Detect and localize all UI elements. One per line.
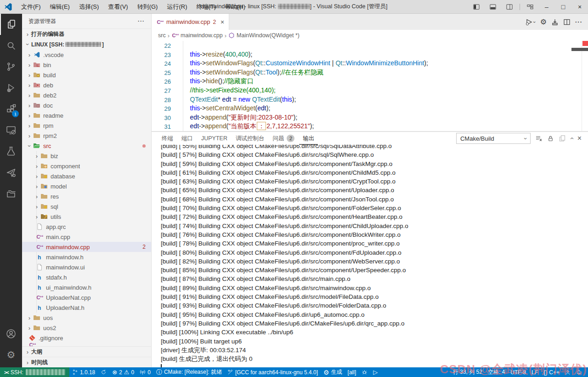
status-cursor-position[interactable]: 行 33, 列 52: [450, 367, 485, 377]
panel-tab-终端[interactable]: 终端: [158, 132, 177, 145]
tree-item-rpm[interactable]: ›rpm: [22, 120, 151, 131]
activity-remote-explorer[interactable]: [0, 120, 22, 141]
activity-project-folders[interactable]: [0, 183, 22, 204]
tree-item-app.qrc[interactable]: app.qrc: [22, 222, 151, 232]
tree-item-deb2[interactable]: ›deb2: [22, 90, 151, 100]
status-run-launch[interactable]: ▷: [370, 367, 380, 377]
breadcrumb-item[interactable]: src: [158, 32, 166, 39]
tree-item-UploaderNat.h[interactable]: hUploaderNat.h: [22, 303, 151, 313]
status-build-target[interactable]: [all]: [345, 367, 359, 377]
tree-item-src[interactable]: ›src: [22, 141, 151, 151]
tree-item-bin[interactable]: ›10bin: [22, 60, 151, 70]
activity-run-debug[interactable]: [0, 77, 22, 98]
status-cmake-status[interactable]: ⓘCMake: [Release]: 就绪: [153, 367, 225, 377]
configure-gear-icon[interactable]: ⚙: [540, 17, 547, 26]
activity-source-control[interactable]: [0, 56, 22, 77]
layout-sidebar-right-icon[interactable]: [501, 0, 518, 13]
status-debug-launch[interactable]: [359, 367, 370, 377]
status-indentation[interactable]: 空格: 4: [485, 367, 508, 377]
tree-item-doc[interactable]: ›doc: [22, 100, 151, 110]
panel-tab-JUPYTER[interactable]: JUPYTER: [198, 132, 231, 145]
layout-customize-icon[interactable]: [522, 0, 538, 13]
code-line[interactable]: 31 edt->append("当前版本：2,7,122,25521");: [152, 122, 588, 131]
panel-tab-问题[interactable]: 问题2: [269, 132, 298, 145]
tree-item-model[interactable]: ›model: [22, 181, 151, 191]
more-actions-icon[interactable]: ···: [138, 18, 145, 24]
tree-item-res[interactable]: ›res: [22, 191, 151, 201]
code-line[interactable]: 23 this->resize(400,400);: [152, 50, 588, 59]
tree-item-utils[interactable]: ›utils: [22, 211, 151, 222]
tree-item-mainwindow.ui[interactable]: mainwindow.ui: [22, 262, 151, 272]
open-editors-section[interactable]: ›打开的编辑器: [22, 29, 151, 39]
minimize-button[interactable]: –: [538, 0, 555, 13]
status-language-mode[interactable]: {}C++: [541, 367, 562, 377]
menu-item[interactable]: 选择(S): [75, 1, 103, 13]
workspace-section[interactable]: › LINUX [SSH: ]: [22, 39, 151, 50]
status-notifications[interactable]: [573, 367, 584, 377]
activity-search[interactable]: [0, 35, 22, 56]
output-channel-dropdown[interactable]: CMake/Build›: [456, 133, 531, 144]
status-problems[interactable]: ⊗2⚠0: [109, 367, 137, 377]
deploy-icon[interactable]: [551, 18, 559, 26]
status-eol[interactable]: LF: [529, 367, 541, 377]
tree-item-main.cpp[interactable]: C++main.cpp: [22, 232, 151, 242]
menu-item[interactable]: 编辑(E): [46, 1, 74, 13]
code-line[interactable]: 24 this->setWindowFlags(Qt::CustomizeWin…: [152, 59, 588, 68]
tree-item-stdafx.h[interactable]: hstdafx.h: [22, 272, 151, 282]
remote-indicator[interactable]: >< SSH:: [0, 367, 69, 377]
tree-item-sql[interactable]: ›sql: [22, 201, 151, 211]
lock-icon[interactable]: [547, 135, 554, 142]
code-line[interactable]: 22: [152, 41, 588, 50]
open-in-editor-icon[interactable]: [559, 135, 566, 142]
status-feedback[interactable]: [562, 367, 573, 377]
tree-item-build[interactable]: ›build: [22, 70, 151, 80]
code-line[interactable]: 25 this->setWindowFlags(Qt::Tool);//在任务栏…: [152, 68, 588, 77]
tree-item-biz[interactable]: ›biz: [22, 151, 151, 161]
activity-settings[interactable]: ⚙: [0, 344, 22, 366]
menu-item[interactable]: 运行(R): [163, 1, 191, 13]
scrollbar-thumb[interactable]: [571, 48, 588, 51]
tree-item-component[interactable]: ›component: [22, 161, 151, 171]
status-git-branch[interactable]: 1.0.18: [69, 367, 98, 377]
activity-extensions[interactable]: 1: [0, 98, 22, 120]
tree-item-uos2[interactable]: ›uos2: [22, 323, 151, 333]
close-button[interactable]: ×: [571, 0, 588, 13]
run-debug-button[interactable]: ›: [526, 18, 536, 26]
panel-tab-调试控制台[interactable]: 调试控制台: [232, 132, 268, 145]
tree-item-rpm2[interactable]: ›rpm2: [22, 131, 151, 141]
close-panel-icon[interactable]: ×: [577, 134, 582, 143]
tab-mainwindow-cpp[interactable]: C++ mainwindow.cpp 2 ×: [152, 14, 229, 30]
breadcrumb-item[interactable]: C++mainwindow.cpp: [171, 32, 223, 39]
tree-item-mainwindow.h[interactable]: hmainwindow.h: [22, 252, 151, 262]
status-sync[interactable]: [98, 367, 109, 377]
menu-item[interactable]: 查看(V): [104, 1, 132, 13]
panel-tab-端口[interactable]: 端口: [178, 132, 197, 145]
activity-explorer[interactable]: [0, 14, 22, 35]
outline-section[interactable]: ›大纲: [22, 346, 151, 357]
maximize-panel-icon[interactable]: ›: [571, 135, 573, 142]
tree-item-database[interactable]: ›database: [22, 171, 151, 181]
tree-item-mainwindow.cpp[interactable]: C++mainwindow.cpp2: [22, 242, 151, 252]
activity-account[interactable]: [0, 323, 22, 344]
tree-item-UploaderNat.cpp[interactable]: C++UploaderNat.cpp: [22, 292, 151, 303]
status-encoding[interactable]: UTF-8: [508, 367, 529, 377]
output-console[interactable]: [build] [ 55%] Building CXX object CMake…: [152, 145, 588, 367]
status-ports[interactable]: 0: [137, 367, 153, 377]
split-editor-icon[interactable]: [563, 18, 571, 26]
tree-item-deb[interactable]: ›deb: [22, 80, 151, 90]
code-line[interactable]: 28 QTextEdit* edt = new QTextEdit(this);: [152, 95, 588, 104]
tree-item-uimainwindow.h[interactable]: hui_mainwindow.h: [22, 282, 151, 292]
activity-testing[interactable]: [0, 141, 22, 162]
tab-close-icon[interactable]: ×: [220, 18, 224, 26]
code-line[interactable]: 26 this->hide();//隐藏窗口: [152, 77, 588, 86]
layout-sidebar-left-icon[interactable]: [468, 0, 485, 13]
tree-item-.gitignore[interactable]: .gitignore: [22, 333, 151, 343]
breadcrumb-item[interactable]: MainWindow(QWidget *): [228, 32, 300, 39]
menu-item[interactable]: 文件(F): [17, 1, 45, 13]
status-build[interactable]: ⚙生成: [321, 367, 345, 377]
tree-item-readme[interactable]: ›readme: [22, 110, 151, 120]
panel-tab-输出[interactable]: 输出: [299, 132, 318, 145]
code-line[interactable]: 29 this->setCentralWidget(edt);: [152, 104, 588, 113]
status-kit[interactable]: [GCC for aarch64-linux-gnu 5.4.0]: [225, 367, 321, 377]
tree-item-.vscode[interactable]: ›.vscode: [22, 50, 151, 60]
